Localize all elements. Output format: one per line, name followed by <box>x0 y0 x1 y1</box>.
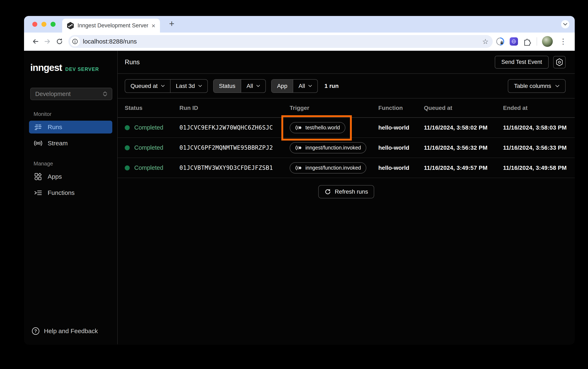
header-actions: Send Test Event <box>495 56 566 69</box>
queued-at-value: 11/16/2024, 3:49:57 PM <box>424 164 503 171</box>
tab-close-icon[interactable]: × <box>151 22 155 29</box>
functions-list-icon <box>34 190 42 196</box>
traffic-lights <box>32 22 56 27</box>
table-row[interactable]: Completed 01JCVC6PF2MQNMTWE95BBRZPJ2 inn… <box>118 138 575 158</box>
toolbar-divider <box>537 37 537 46</box>
status-dot-completed <box>125 145 130 150</box>
maximize-window-button[interactable] <box>50 22 56 27</box>
tab-favicon-inngest-icon <box>67 22 74 30</box>
table-columns-button[interactable]: Table columns <box>508 79 566 93</box>
status-cell: Completed <box>125 164 179 171</box>
site-info-icon[interactable] <box>70 37 80 46</box>
minimize-window-button[interactable] <box>41 22 46 27</box>
sidebar-item-label: Functions <box>48 189 75 196</box>
filter-bar: Queued at Last 3d Status All <box>118 74 575 98</box>
status-label: Completed <box>134 124 163 131</box>
time-range-dropdown[interactable]: Last 3d <box>170 80 207 92</box>
refresh-row: Refresh runs <box>118 178 575 213</box>
status-label: Completed <box>134 144 163 151</box>
empty-area <box>118 213 575 344</box>
inngest-app: inngest DEV SERVER Development Monitor <box>24 51 575 344</box>
password-manager-icon[interactable] <box>496 37 505 46</box>
sidebar-item-label: Runs <box>48 123 62 131</box>
browser-menu-icon[interactable]: ⋮ <box>558 37 568 46</box>
status-label: Completed <box>134 164 163 171</box>
run-id[interactable]: 01JCVC6PF2MQNMTWE95BBRZPJ2 <box>179 144 290 151</box>
runs-list-icon <box>34 124 42 130</box>
status-cell: Completed <box>125 124 179 131</box>
trigger-cell: test/hello.world <box>290 118 378 137</box>
trigger-badge[interactable]: inngest/function.invoked <box>290 142 366 154</box>
ended-at-value: 11/16/2024, 3:49:58 PM <box>503 164 575 171</box>
profile-avatar[interactable] <box>542 36 553 47</box>
browser-tab[interactable]: Inngest Development Server × <box>62 19 160 32</box>
sidebar-item-label: Apps <box>48 173 62 180</box>
table-row[interactable]: Completed 01JCVBTMV3WXY9D3CFDEJFZSB1 inn… <box>118 158 575 178</box>
trigger-badge[interactable]: inngest/function.invoked <box>290 162 366 174</box>
forward-icon[interactable] <box>41 38 53 45</box>
address-bar[interactable]: localhost:8288/runs ☆ <box>68 35 493 48</box>
sidebar-spacer <box>24 199 117 327</box>
status-filter-label: Status <box>214 80 241 92</box>
close-window-button[interactable] <box>32 22 37 27</box>
dev-server-badge: DEV SERVER <box>65 67 99 72</box>
col-trigger: Trigger <box>290 105 378 111</box>
browser-window: Inngest Development Server × + <box>24 16 575 345</box>
tab-search-chevron-icon[interactable] <box>561 20 569 28</box>
sidebar-item-stream[interactable]: Stream <box>29 137 112 150</box>
function-name[interactable]: hello-world <box>378 124 424 131</box>
col-queued-at: Queued at <box>424 105 503 111</box>
reload-icon[interactable] <box>53 38 65 45</box>
app-filter-dropdown[interactable]: All <box>293 80 317 92</box>
trigger-badge[interactable]: test/hello.world <box>290 122 345 133</box>
status-filter: Status All <box>213 79 266 93</box>
time-field-value: Queued at <box>130 83 158 89</box>
apps-shapes-icon <box>34 173 42 180</box>
col-function: Function <box>378 105 424 111</box>
trigger-event-name: inngest/function.invoked <box>305 165 361 171</box>
settings-button[interactable] <box>553 56 566 68</box>
sidebar-item-functions[interactable]: Functions <box>29 186 112 199</box>
browser-toolbar: localhost:8288/runs ☆ <box>24 32 575 51</box>
environment-select[interactable]: Development <box>30 88 112 100</box>
logo-row: inngest DEV SERVER <box>30 62 117 73</box>
function-name[interactable]: hello-world <box>378 144 424 151</box>
help-label: Help and Feedback <box>44 328 98 335</box>
function-name[interactable]: hello-world <box>378 164 424 171</box>
sidebar-item-runs[interactable]: Runs <box>29 121 112 133</box>
url-text[interactable]: localhost:8288/runs <box>83 38 137 45</box>
table-columns-label: Table columns <box>514 83 551 89</box>
section-label-manage: Manage <box>34 160 117 167</box>
sidebar: inngest DEV SERVER Development Monitor <box>24 51 118 344</box>
extensions-puzzle-icon[interactable] <box>523 37 532 46</box>
updown-chevron-icon <box>103 92 107 96</box>
ended-at-value: 11/16/2024, 3:56:33 PM <box>503 144 575 151</box>
sidebar-item-label: Stream <box>48 140 68 147</box>
refresh-runs-button[interactable]: Refresh runs <box>318 185 374 198</box>
sidebar-item-apps[interactable]: Apps <box>29 170 112 183</box>
run-id[interactable]: 01JCVBTMV3WXY9D3CFDEJFZSB1 <box>179 164 290 171</box>
back-icon[interactable] <box>30 38 41 45</box>
environment-select-value: Development <box>35 91 71 97</box>
help-and-feedback[interactable]: ? Help and Feedback <box>32 327 117 335</box>
status-filter-dropdown[interactable]: All <box>241 80 265 92</box>
send-test-event-button[interactable]: Send Test Event <box>495 56 549 69</box>
section-label-monitor: Monitor <box>34 111 117 117</box>
stream-broadcast-icon <box>34 140 42 146</box>
time-range-value: Last 3d <box>176 83 195 89</box>
run-id[interactable]: 01JCVC9EFKJ2W70WQHC6ZH6SJC <box>179 124 290 131</box>
refresh-runs-label: Refresh runs <box>335 188 368 195</box>
bookmark-star-icon[interactable]: ☆ <box>482 37 488 46</box>
col-run-id: Run ID <box>179 105 290 111</box>
extension-app-icon[interactable] <box>510 37 518 46</box>
trigger-event-name: test/hello.world <box>305 125 340 131</box>
trigger-cell: inngest/function.invoked <box>290 158 378 178</box>
col-ended-at: Ended at <box>503 105 575 111</box>
status-dot-completed <box>125 125 130 130</box>
time-field-dropdown[interactable]: Queued at <box>125 80 170 92</box>
table-row[interactable]: Completed 01JCVC9EFKJ2W70WQHC6ZH6SJC tes… <box>118 118 575 138</box>
time-filter: Queued at Last 3d <box>125 79 208 93</box>
new-tab-button[interactable]: + <box>169 19 174 29</box>
col-status: Status <box>125 105 179 111</box>
status-cell: Completed <box>125 144 179 151</box>
